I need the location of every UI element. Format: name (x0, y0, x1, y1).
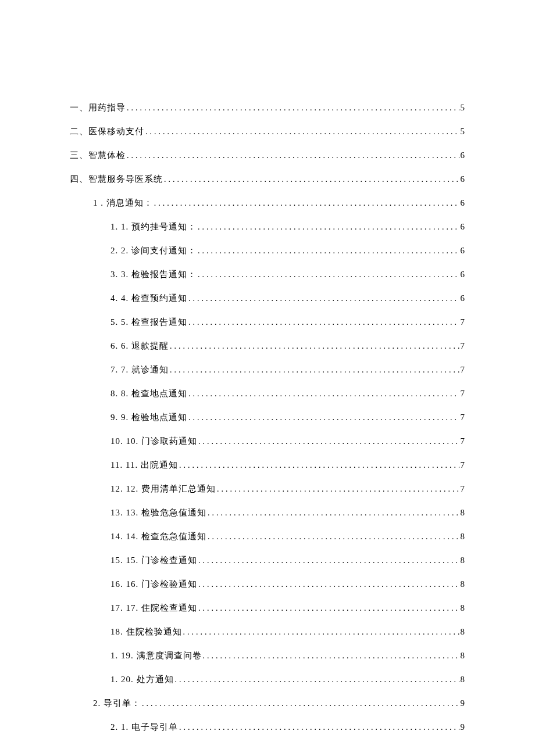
toc-entry-page: 7 (461, 316, 466, 328)
toc-dot-leader (170, 364, 459, 376)
toc-entry: 16. 16. 门诊检验通知8 (70, 578, 465, 590)
toc-entry-page: 7 (461, 364, 466, 376)
toc-entry: 1. 1. 预约挂号通知：6 (70, 221, 465, 233)
toc-entry: 四、智慧服务导医系统 6 (70, 173, 465, 185)
toc-entry-label: 7. 7. 就诊通知 (110, 364, 169, 376)
toc-entry-label: 1. 1. 预约挂号通知： (110, 221, 197, 233)
toc-entry-label: 10. 10. 门诊取药通知 (110, 435, 197, 447)
toc-entry: 1 . 消息通知： 6 (70, 197, 465, 209)
toc-entry-page: 8 (461, 578, 466, 590)
toc-dot-leader (188, 412, 459, 424)
toc-entry: 15. 15. 门诊检查通知8 (70, 554, 465, 567)
toc-entry-label: 11. 11. 出院通知 (110, 459, 178, 471)
toc-entry: 9. 9. 检验地点通知7 (70, 411, 465, 424)
toc-entry-page: 9 (461, 721, 466, 733)
toc-entry: 14. 14. 检查危急值通知8 (70, 531, 465, 543)
toc-dot-leader (198, 555, 459, 567)
toc-entry: 18. 住院检验通知8 (70, 626, 465, 638)
table-of-contents: 一、用药指导 5二、医保移动支付 5三、智慧体检 6四、智慧服务导医系统 61 … (70, 102, 465, 733)
toc-entry-label: 三、智慧体检 (70, 149, 126, 162)
toc-entry: 5. 5. 检查报告通知7 (70, 316, 465, 328)
toc-dot-leader (198, 436, 459, 447)
toc-entry-label: 6. 6. 退款提醒 (110, 340, 169, 352)
toc-dot-leader (188, 293, 459, 304)
toc-entry-label: 13. 13. 检验危急值通知 (110, 507, 206, 519)
toc-entry: 12. 12. 费用清单汇总通知7 (70, 483, 465, 495)
toc-dot-leader (188, 388, 459, 400)
toc-dot-leader (208, 531, 459, 543)
toc-entry-page: 6 (461, 197, 466, 209)
toc-entry: 2. 1. 电子导引单9 (70, 721, 465, 733)
toc-entry: 11. 11. 出院通知7 (70, 459, 465, 471)
toc-entry-label: 二、医保移动支付 (70, 126, 144, 138)
toc-dot-leader (179, 722, 459, 733)
toc-dot-leader (164, 174, 459, 185)
toc-entry-page: 8 (461, 554, 466, 567)
toc-entry-label: 四、智慧服务导医系统 (70, 173, 163, 185)
toc-entry-page: 6 (461, 173, 466, 185)
toc-entry-label: 5. 5. 检查报告通知 (110, 316, 187, 328)
toc-dot-leader (183, 626, 459, 638)
toc-entry-label: 1 . 消息通知： (93, 197, 153, 209)
toc-dot-leader (179, 460, 459, 471)
toc-entry-page: 7 (461, 388, 466, 400)
toc-entry-page: 6 (461, 268, 466, 281)
toc-entry-page: 8 (461, 673, 466, 686)
toc-dot-leader (198, 221, 459, 233)
toc-entry: 6. 6. 退款提醒7 (70, 340, 465, 352)
toc-entry-page: 7 (461, 340, 466, 352)
toc-dot-leader (198, 579, 459, 590)
toc-entry-page: 5 (461, 126, 466, 138)
toc-entry-label: 一、用药指导 (70, 102, 126, 114)
toc-entry: 10. 10. 门诊取药通知7 (70, 435, 465, 447)
toc-entry-page: 7 (461, 459, 466, 471)
toc-entry-label: 2. 导引单： (93, 697, 141, 710)
toc-dot-leader (175, 674, 459, 686)
toc-dot-leader (198, 245, 459, 257)
toc-entry-label: 12. 12. 费用清单汇总通知 (110, 483, 216, 495)
toc-entry-page: 6 (461, 292, 466, 304)
toc-entry-page: 8 (461, 650, 466, 662)
toc-entry-label: 18. 住院检验通知 (110, 626, 182, 638)
toc-entry-label: 16. 16. 门诊检验通知 (110, 578, 197, 590)
toc-entry-page: 5 (461, 102, 466, 114)
toc-entry: 2. 2. 诊间支付通知：6 (70, 245, 465, 257)
toc-entry-label: 2. 2. 诊间支付通知： (110, 245, 197, 257)
toc-dot-leader (198, 603, 459, 614)
toc-dot-leader (142, 698, 459, 710)
toc-entry-page: 9 (461, 697, 466, 710)
toc-entry-page: 7 (461, 483, 466, 495)
toc-entry: 4. 4. 检查预约通知6 (70, 292, 465, 304)
toc-entry-page: 8 (461, 602, 466, 614)
toc-entry-page: 8 (461, 531, 466, 543)
toc-dot-leader (154, 198, 459, 209)
toc-entry: 三、智慧体检 6 (70, 149, 465, 162)
toc-dot-leader (145, 126, 459, 138)
toc-entry: 1. 19. 满意度调查问卷8 (70, 650, 465, 662)
toc-entry-page: 6 (461, 245, 466, 257)
toc-entry-page: 7 (461, 435, 466, 447)
toc-entry: 13. 13. 检验危急值通知8 (70, 507, 465, 519)
toc-entry: 3. 3. 检验报告通知：6 (70, 268, 465, 281)
toc-entry: 8. 8. 检查地点通知7 (70, 388, 465, 400)
toc-entry-label: 2. 1. 电子导引单 (110, 721, 178, 733)
toc-entry-label: 8. 8. 检查地点通知 (110, 388, 187, 400)
toc-entry-label: 1. 20. 处方通知 (110, 673, 174, 686)
toc-entry: 二、医保移动支付 5 (70, 126, 465, 138)
toc-entry-page: 7 (461, 411, 466, 424)
toc-entry-page: 6 (461, 221, 466, 233)
toc-entry-label: 1. 19. 满意度调查问卷 (110, 650, 202, 662)
toc-entry: 1. 20. 处方通知8 (70, 673, 465, 686)
toc-entry: 2. 导引单： 9 (70, 697, 465, 710)
toc-dot-leader (188, 317, 459, 328)
toc-dot-leader (127, 102, 459, 114)
toc-entry-label: 14. 14. 检查危急值通知 (110, 531, 206, 543)
toc-entry-label: 15. 15. 门诊检查通知 (110, 554, 197, 567)
toc-entry-page: 8 (461, 626, 466, 638)
toc-entry-label: 4. 4. 检查预约通知 (110, 292, 187, 304)
toc-entry: 17. 17. 住院检查通知8 (70, 602, 465, 614)
toc-dot-leader (127, 150, 459, 162)
toc-entry: 一、用药指导 5 (70, 102, 465, 114)
toc-entry-label: 9. 9. 检验地点通知 (110, 411, 187, 424)
toc-dot-leader (217, 483, 459, 495)
